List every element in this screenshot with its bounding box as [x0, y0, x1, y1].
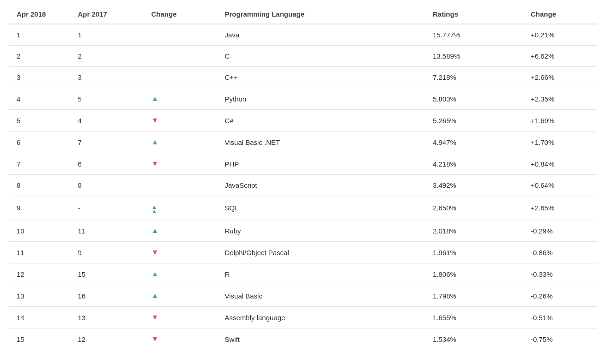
cell-change-arrow: ▼	[144, 328, 218, 350]
cell-language: Delphi/Object Pascal	[218, 242, 426, 263]
table-row: 1215▲R1.806%-0.33%	[9, 263, 597, 285]
cell-apr2018: 6	[9, 131, 71, 153]
cell-change-arrow: ▲▲	[144, 196, 218, 220]
cell-language: Swift	[218, 328, 426, 350]
cell-change2: -0.29%	[523, 220, 597, 242]
table-row: 1011▲Ruby2.018%-0.29%	[9, 220, 597, 242]
table-body: 11Java15.777%+0.21%22C13.589%+6.62%33C++…	[9, 24, 597, 350]
cell-apr2017: 7	[71, 131, 144, 153]
cell-apr2017: -	[71, 196, 144, 220]
cell-apr2017: 16	[71, 285, 144, 307]
cell-ratings: 7.218%	[425, 67, 523, 88]
cell-language: JavaScript	[218, 175, 426, 196]
cell-language: Visual Basic .NET	[218, 131, 426, 153]
cell-change2: +6.62%	[523, 46, 597, 67]
arrow-up-icon: ▲	[152, 292, 159, 299]
table-row: 76▼PHP4.218%+0.84%	[9, 153, 597, 175]
cell-change-arrow: ▼	[144, 242, 218, 263]
cell-change2: +0.21%	[523, 24, 597, 46]
cell-language: Visual Basic	[218, 285, 426, 307]
table-row: 11Java15.777%+0.21%	[9, 24, 597, 46]
table-row: 1413▼Assembly language1.655%-0.51%	[9, 307, 597, 328]
cell-language: Python	[218, 88, 426, 110]
cell-apr2017: 11	[71, 220, 144, 242]
cell-ratings: 2.018%	[425, 220, 523, 242]
table-row: 22C13.589%+6.62%	[9, 46, 597, 67]
cell-apr2018: 5	[9, 110, 71, 131]
table-row: 1512▼Swift1.534%-0.75%	[9, 328, 597, 350]
cell-change-arrow: ▲	[144, 88, 218, 110]
arrow-up-icon: ▲	[152, 227, 159, 234]
cell-change2: +0.64%	[523, 175, 597, 196]
cell-change2: -0.26%	[523, 285, 597, 307]
cell-apr2017: 4	[71, 110, 144, 131]
cell-apr2017: 6	[71, 153, 144, 175]
cell-apr2018: 2	[9, 46, 71, 67]
cell-change2: +2.35%	[523, 88, 597, 110]
cell-ratings: 1.655%	[425, 307, 523, 328]
cell-change-arrow: ▼	[144, 153, 218, 175]
cell-change2: +2.65%	[523, 196, 597, 220]
cell-apr2018: 12	[9, 263, 71, 285]
cell-change-arrow: ▼	[144, 307, 218, 328]
cell-change-arrow	[144, 46, 218, 67]
cell-change-arrow: ▲	[144, 263, 218, 285]
cell-ratings: 15.777%	[425, 24, 523, 46]
header-apr2018: Apr 2018	[9, 5, 71, 24]
header-apr2017: Apr 2017	[71, 5, 144, 24]
table-row: 45▲Python5.803%+2.35%	[9, 88, 597, 110]
cell-change2: -0.75%	[523, 328, 597, 350]
cell-change2: -0.51%	[523, 307, 597, 328]
cell-ratings: 1.798%	[425, 285, 523, 307]
cell-language: PHP	[218, 153, 426, 175]
cell-apr2018: 10	[9, 220, 71, 242]
header-language: Programming Language	[218, 5, 426, 24]
arrow-down-icon: ▼	[152, 313, 159, 321]
cell-change-arrow: ▲	[144, 285, 218, 307]
header-change2: Change	[523, 5, 597, 24]
header-change: Change	[144, 5, 218, 24]
cell-change-arrow: ▲	[144, 131, 218, 153]
cell-change2: +0.84%	[523, 153, 597, 175]
cell-language: SQL	[218, 196, 426, 220]
cell-language: C	[218, 46, 426, 67]
arrow-up-icon: ▲	[152, 95, 159, 102]
cell-apr2018: 11	[9, 242, 71, 263]
arrow-down-icon: ▼	[152, 160, 159, 167]
cell-change-arrow	[144, 67, 218, 88]
cell-language: R	[218, 263, 426, 285]
cell-language: Java	[218, 24, 426, 46]
arrow-down-icon: ▼	[152, 335, 159, 343]
table-header-row: Apr 2018 Apr 2017 Change Programming Lan…	[9, 5, 597, 24]
cell-change-arrow	[144, 24, 218, 46]
cell-change-arrow: ▲	[144, 220, 218, 242]
header-ratings: Ratings	[425, 5, 523, 24]
cell-change2: +1.69%	[523, 110, 597, 131]
cell-ratings: 1.806%	[425, 263, 523, 285]
cell-ratings: 4.947%	[425, 131, 523, 153]
cell-apr2017: 5	[71, 88, 144, 110]
cell-ratings: 2.650%	[425, 196, 523, 220]
cell-apr2017: 2	[71, 46, 144, 67]
cell-change-arrow	[144, 175, 218, 196]
cell-apr2018: 8	[9, 175, 71, 196]
cell-apr2018: 13	[9, 285, 71, 307]
cell-ratings: 5.803%	[425, 88, 523, 110]
cell-apr2018: 7	[9, 153, 71, 175]
cell-change2: +2.66%	[523, 67, 597, 88]
rankings-table: Apr 2018 Apr 2017 Change Programming Lan…	[9, 5, 597, 350]
cell-language: Assembly language	[218, 307, 426, 328]
cell-change2: -0.33%	[523, 263, 597, 285]
cell-language: C++	[218, 67, 426, 88]
cell-apr2017: 8	[71, 175, 144, 196]
cell-ratings: 4.218%	[425, 153, 523, 175]
cell-apr2017: 9	[71, 242, 144, 263]
cell-apr2017: 3	[71, 67, 144, 88]
cell-change2: -0.86%	[523, 242, 597, 263]
cell-apr2018: 9	[9, 196, 71, 220]
cell-apr2017: 1	[71, 24, 144, 46]
table-row: 119▼Delphi/Object Pascal1.961%-0.86%	[9, 242, 597, 263]
cell-language: C#	[218, 110, 426, 131]
cell-apr2017: 12	[71, 328, 144, 350]
cell-apr2017: 13	[71, 307, 144, 328]
